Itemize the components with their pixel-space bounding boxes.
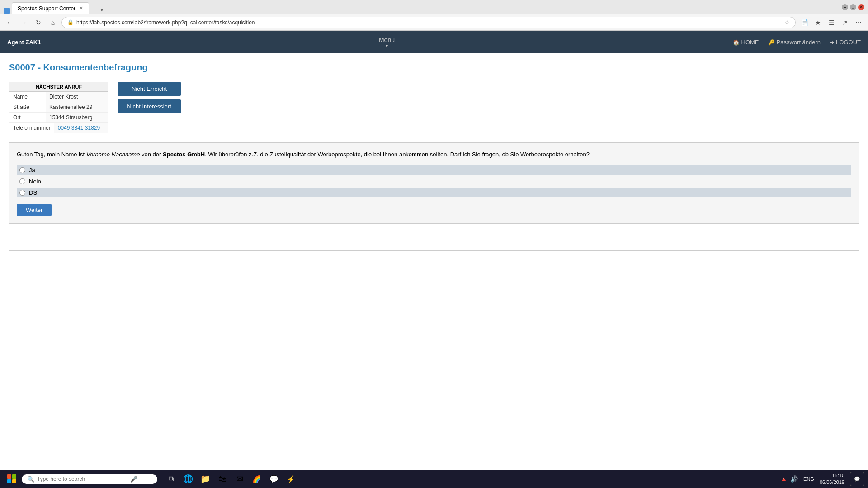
nicht-erreicht-button[interactable]: Nicht Erreicht bbox=[118, 82, 181, 96]
next-call-table: NÄCHSTER ANRUF Name Dieter Krost Straße … bbox=[9, 82, 108, 133]
taskbar-language: ENG bbox=[803, 476, 814, 482]
taskbar-search-input[interactable] bbox=[37, 476, 127, 482]
key-icon bbox=[768, 39, 775, 46]
field-value-name: Dieter Krost bbox=[46, 92, 108, 102]
browser-toolbar: ← → ↻ ⌂ 🔒 https://lab.spectos.com/lab2/f… bbox=[0, 14, 868, 31]
win-sq-4 bbox=[12, 479, 16, 483]
taskbar-apps: ⧉ 🌐 📁 🛍 ✉ 🌈 💬 ⚡ bbox=[163, 471, 299, 487]
menu-label: Menü bbox=[379, 36, 395, 43]
home-button[interactable]: ⌂ bbox=[47, 17, 59, 28]
logout-icon bbox=[830, 39, 834, 46]
home-icon bbox=[733, 39, 740, 46]
main-layout: NÄCHSTER ANRUF Name Dieter Krost Straße … bbox=[9, 82, 859, 133]
survey-box: Guten Tag, mein Name ist Vorname Nachnam… bbox=[9, 142, 859, 224]
table-row: Straße Kastenienallee 29 bbox=[9, 102, 108, 113]
taskbar-app-store[interactable]: 🛍 bbox=[214, 471, 231, 487]
new-tab-button[interactable]: + bbox=[89, 4, 99, 14]
app-navbar: Agent ZAK1 Menü ▾ HOME Passwort ändern L… bbox=[0, 31, 868, 53]
browser-titlebar: Spectos Support Center ✕ + ▾ – □ ✕ bbox=[0, 0, 868, 14]
radio-ds[interactable] bbox=[19, 190, 25, 196]
star-icon[interactable]: ☆ bbox=[784, 19, 790, 26]
radio-option-ja: Ja bbox=[17, 165, 851, 175]
taskbar-app-extra[interactable]: ⚡ bbox=[283, 471, 299, 487]
taskbar-app-task-view[interactable]: ⧉ bbox=[163, 471, 179, 487]
field-label-ort: Ort bbox=[9, 113, 46, 122]
table-row: Ort 15344 Strausberg bbox=[9, 113, 108, 123]
tab-close-button[interactable]: ✕ bbox=[79, 5, 83, 11]
win-sq-1 bbox=[7, 474, 11, 479]
refresh-button[interactable]: ↻ bbox=[33, 17, 44, 28]
taskbar: 🔍 🎤 ⧉ 🌐 📁 🛍 ✉ 🌈 💬 ⚡ 🔺 🔊 ENG 15:10 06/06/… bbox=[0, 470, 868, 488]
volume-icon[interactable]: 🔊 bbox=[790, 475, 798, 483]
taskbar-app-skype[interactable]: 💬 bbox=[266, 471, 282, 487]
survey-bottom-box bbox=[9, 224, 859, 251]
hub-icon[interactable]: ☰ bbox=[826, 17, 837, 28]
navbar-right: HOME Passwort ändern LOGOUT bbox=[733, 39, 861, 46]
tab-favicon bbox=[4, 8, 10, 14]
window-controls: – □ ✕ bbox=[842, 4, 864, 10]
start-button[interactable] bbox=[4, 471, 20, 487]
radio-nein[interactable] bbox=[19, 178, 25, 184]
password-nav-link[interactable]: Passwort ändern bbox=[768, 39, 821, 46]
taskbar-app-explorer[interactable]: 📁 bbox=[197, 471, 213, 487]
forward-button[interactable]: → bbox=[18, 17, 30, 28]
address-bar[interactable]: 🔒 https://lab.spectos.com/lab2/framework… bbox=[61, 17, 796, 28]
logout-nav-label: LOGOUT bbox=[836, 39, 861, 46]
minimize-button[interactable]: – bbox=[842, 4, 848, 10]
more-icon[interactable]: ⋯ bbox=[853, 17, 864, 28]
taskbar-mic-icon[interactable]: 🎤 bbox=[130, 476, 137, 483]
radio-nein-label: Nein bbox=[29, 178, 41, 185]
taskbar-date-display: 06/06/2019 bbox=[820, 479, 844, 486]
table-row: Name Dieter Krost bbox=[9, 92, 108, 102]
radio-ja-label: Ja bbox=[29, 167, 35, 174]
radio-option-nein: Nein bbox=[17, 177, 851, 186]
navbar-center: Menü ▾ bbox=[41, 36, 732, 48]
survey-name-placeholder: Vorname Nachname bbox=[86, 151, 140, 158]
taskbar-right: 🔺 🔊 ENG 15:10 06/06/2019 💬 bbox=[780, 472, 864, 486]
tab-title: Spectos Support Center bbox=[18, 5, 75, 12]
agent-label: Agent ZAK1 bbox=[7, 39, 41, 46]
reader-icon[interactable]: 📄 bbox=[798, 17, 810, 28]
nicht-interessiert-button[interactable]: Nicht Interessiert bbox=[118, 99, 181, 113]
page-content: S0007 - Konsumentenbefragung NÄCHSTER AN… bbox=[0, 53, 868, 260]
weiter-button[interactable]: Weiter bbox=[17, 204, 52, 216]
win-sq-2 bbox=[12, 474, 16, 479]
field-label-name: Name bbox=[9, 92, 46, 102]
active-tab[interactable]: Spectos Support Center ✕ bbox=[12, 2, 89, 14]
survey-intro-text: Guten Tag, mein Name ist Vorname Nachnam… bbox=[17, 150, 851, 159]
radio-option-ds: DS bbox=[17, 188, 851, 197]
maximize-button[interactable]: □ bbox=[850, 4, 856, 10]
table-row: Telefonnummer 0049 3341 31829 bbox=[9, 123, 108, 133]
field-label-strasse: Straße bbox=[9, 102, 46, 112]
survey-container: Guten Tag, mein Name ist Vorname Nachnam… bbox=[9, 142, 859, 251]
home-nav-label: HOME bbox=[741, 39, 759, 46]
favorites-icon[interactable]: ★ bbox=[812, 17, 824, 28]
taskbar-app-edge[interactable]: 🌐 bbox=[180, 471, 196, 487]
taskbar-clock: 15:10 06/06/2019 bbox=[820, 472, 844, 486]
taskbar-app-chrome[interactable]: 🌈 bbox=[249, 471, 265, 487]
field-value-telefon: 0049 3341 31829 bbox=[54, 123, 108, 133]
tab-bar: Spectos Support Center ✕ + ▾ bbox=[4, 0, 840, 14]
taskbar-time-display: 15:10 bbox=[820, 472, 844, 479]
home-nav-link[interactable]: HOME bbox=[733, 39, 759, 46]
back-button[interactable]: ← bbox=[4, 17, 15, 28]
taskbar-app-mail[interactable]: ✉ bbox=[231, 471, 248, 487]
taskbar-search-bar[interactable]: 🔍 🎤 bbox=[22, 474, 157, 484]
close-button[interactable]: ✕ bbox=[858, 4, 864, 10]
toolbar-icons: 📄 ★ ☰ ↗ ⋯ bbox=[798, 17, 864, 28]
next-call-section: NÄCHSTER ANRUF Name Dieter Krost Straße … bbox=[9, 82, 108, 133]
field-value-strasse: Kastenienallee 29 bbox=[46, 102, 108, 112]
taskbar-system-icons: 🔺 🔊 bbox=[780, 475, 798, 483]
lock-icon: 🔒 bbox=[67, 19, 74, 25]
page-title: S0007 - Konsumentenbefragung bbox=[9, 62, 859, 73]
url-text: https://lab.spectos.com/lab2/framework.p… bbox=[76, 19, 782, 26]
network-icon[interactable]: 🔺 bbox=[780, 475, 788, 483]
password-nav-label: Passwort ändern bbox=[777, 39, 821, 46]
tab-dropdown-button[interactable]: ▾ bbox=[99, 5, 105, 14]
radio-ja[interactable] bbox=[19, 167, 25, 173]
taskbar-search-icon: 🔍 bbox=[27, 476, 34, 483]
share-icon[interactable]: ↗ bbox=[839, 17, 851, 28]
logout-nav-link[interactable]: LOGOUT bbox=[830, 39, 861, 46]
notification-center-button[interactable]: 💬 bbox=[850, 472, 864, 486]
field-label-telefon: Telefonnummer bbox=[9, 123, 54, 133]
